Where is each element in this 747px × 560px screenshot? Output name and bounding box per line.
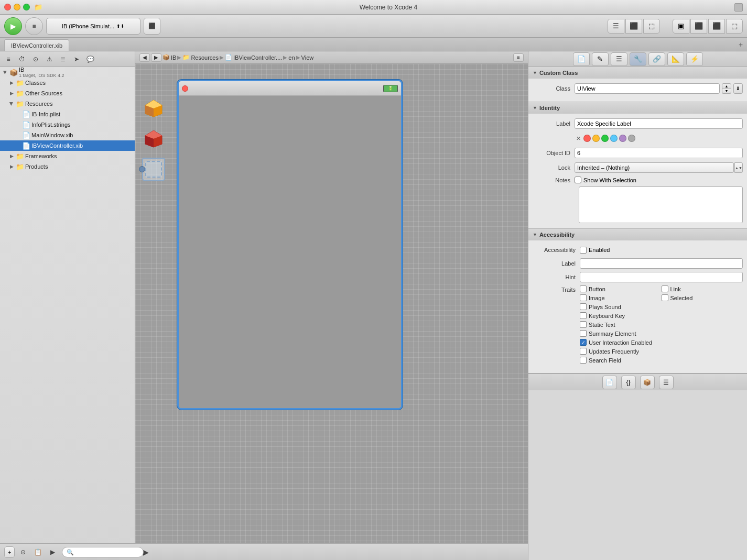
- project-root-item[interactable]: ▶ 📦 IB 1 target, iOS SDK 4.2: [0, 67, 135, 78]
- keyboard-key-trait-checkbox[interactable]: [580, 312, 587, 319]
- image-trait-checkbox[interactable]: [580, 294, 587, 301]
- no-color-button[interactable]: ✕: [575, 135, 582, 142]
- accessibility-header[interactable]: ▼ Accessibility: [528, 229, 747, 240]
- breadcrumb-end-button[interactable]: ≡: [513, 53, 524, 62]
- minimize-button[interactable]: [14, 4, 20, 10]
- other-sources-folder-item[interactable]: ▶ 📁 Other Sources: [0, 88, 135, 98]
- assistant-editor-button[interactable]: ⬛: [690, 19, 707, 34]
- debug-nav-button[interactable]: ➤: [70, 53, 83, 65]
- acc-label-field[interactable]: [580, 258, 743, 269]
- nav-play-button[interactable]: ▶: [46, 546, 59, 558]
- test-nav-button[interactable]: ≣: [57, 53, 69, 65]
- breakpoint-nav-button[interactable]: 💬: [84, 53, 96, 65]
- recent-button[interactable]: 📋: [31, 546, 44, 558]
- identity-header[interactable]: ▼ Identity: [528, 102, 747, 114]
- symbol-nav-button[interactable]: ⏱: [16, 53, 28, 65]
- inspector-bottom-file-button[interactable]: 📄: [602, 376, 617, 389]
- inspector-bottom-list-button[interactable]: ☰: [659, 376, 674, 389]
- project-nav-button[interactable]: ≡: [2, 53, 15, 65]
- class-action-button[interactable]: ⬇: [733, 83, 743, 94]
- version-editor-button[interactable]: ⬛: [708, 19, 725, 34]
- plays-sound-trait-checkbox[interactable]: [580, 303, 587, 310]
- ib-info-plist-item[interactable]: 📄 IB-Info.plist: [0, 109, 135, 119]
- color-red[interactable]: [583, 135, 591, 142]
- resources-arrow[interactable]: ▶: [8, 101, 15, 107]
- connections-inspector-button[interactable]: 🔗: [648, 52, 665, 66]
- search-input[interactable]: [62, 547, 135, 557]
- color-blue[interactable]: [610, 135, 618, 142]
- root-arrow[interactable]: ▶: [2, 69, 8, 75]
- inspector-toggle-button[interactable]: ⬚: [726, 19, 743, 34]
- standard-editor-button[interactable]: ▣: [673, 19, 689, 34]
- acc-hint-field[interactable]: [580, 272, 743, 282]
- filter-button[interactable]: ⊙: [17, 546, 29, 558]
- file-inspector-button[interactable]: 📄: [573, 52, 590, 66]
- custom-class-header[interactable]: ▼ Custom Class: [528, 67, 747, 79]
- breadcrumb-en[interactable]: en: [288, 54, 295, 61]
- resources-folder-item[interactable]: ▶ 📁 Resources: [0, 98, 135, 109]
- show-with-selection-checkbox[interactable]: [575, 177, 581, 183]
- bindings-inspector-button[interactable]: ⚡: [686, 52, 703, 66]
- search-nav-button[interactable]: ⊙: [29, 53, 42, 65]
- close-button[interactable]: [4, 4, 11, 10]
- breadcrumb-ib[interactable]: 📦 IB: [163, 54, 176, 61]
- mainwindow-xib-item[interactable]: 📄 MainWindow.xib: [0, 130, 135, 140]
- view-object[interactable]: [140, 126, 167, 152]
- lock-select[interactable]: Inherited – (Nothing): [575, 162, 734, 173]
- summary-element-trait-checkbox[interactable]: [580, 330, 587, 337]
- button-trait-checkbox[interactable]: [580, 286, 587, 292]
- inspector-bottom-code-button[interactable]: {}: [621, 376, 636, 389]
- stop-button[interactable]: ■: [25, 17, 43, 35]
- infoplist-strings-item[interactable]: 📄 InfoPlist.strings: [0, 119, 135, 130]
- active-tab[interactable]: IBViewController.xib: [4, 39, 69, 51]
- ibviewcontroller-xib-item[interactable]: 📄 IBViewController.xib: [0, 140, 135, 151]
- zoom-button[interactable]: [734, 3, 743, 12]
- products-arrow[interactable]: ▶: [8, 163, 15, 170]
- accessibility-enabled-checkbox[interactable]: [580, 247, 587, 254]
- link-trait-checkbox[interactable]: [662, 286, 668, 292]
- color-green[interactable]: [601, 135, 609, 142]
- user-interaction-trait-checkbox[interactable]: [580, 339, 587, 346]
- issue-nav-button[interactable]: ⚠: [43, 53, 56, 65]
- label-field[interactable]: [575, 118, 743, 129]
- breadcrumb-resources[interactable]: 📁 Resources: [182, 54, 219, 61]
- attributes-inspector-button[interactable]: 🔧: [630, 52, 646, 66]
- class-cycle-down-button[interactable]: ▼: [722, 89, 731, 94]
- products-folder-item[interactable]: ▶ 📁 Products: [0, 161, 135, 172]
- object-id-field[interactable]: [575, 148, 743, 158]
- breadcrumb-expand-button[interactable]: ▶: [151, 53, 161, 62]
- frameworks-folder-item[interactable]: ▶ 📁 Frameworks: [0, 151, 135, 161]
- iphone-close-button[interactable]: [182, 85, 188, 92]
- iphone-simulator-view[interactable]: 🔋: [177, 80, 403, 410]
- color-purple[interactable]: [619, 135, 626, 142]
- view-controller-object[interactable]: [140, 95, 167, 122]
- static-text-trait-checkbox[interactable]: [580, 321, 587, 328]
- quick-help-button[interactable]: ✎: [592, 52, 609, 66]
- add-file-button[interactable]: +: [4, 546, 15, 558]
- selected-trait-checkbox[interactable]: [662, 294, 668, 301]
- notes-textarea[interactable]: [579, 186, 743, 223]
- size-inspector-button[interactable]: 📐: [667, 52, 684, 66]
- run-button[interactable]: ▶: [4, 17, 22, 35]
- classes-arrow[interactable]: ▶: [8, 80, 15, 86]
- first-responder-object[interactable]: [140, 156, 167, 182]
- scheme-selector[interactable]: IB (iPhone Simulat... ⬆⬇: [46, 18, 140, 35]
- other-sources-arrow[interactable]: ▶: [8, 90, 15, 96]
- frameworks-arrow[interactable]: ▶: [8, 153, 15, 159]
- debug-toggle-button[interactable]: ⬛: [625, 19, 642, 34]
- class-input[interactable]: [575, 83, 720, 94]
- updates-frequently-trait-checkbox[interactable]: [580, 348, 587, 355]
- inspector-bottom-object-button[interactable]: 📦: [640, 376, 655, 389]
- add-tab-button[interactable]: +: [737, 40, 745, 49]
- maximize-button[interactable]: [23, 4, 30, 10]
- navigator-toggle-button[interactable]: ☰: [608, 19, 624, 34]
- search-field-trait-checkbox[interactable]: [580, 357, 587, 364]
- breadcrumb-ibviewcontroller[interactable]: 📄 IBViewController....: [225, 54, 282, 61]
- identity-inspector-button[interactable]: ☰: [611, 52, 627, 66]
- classes-folder-item[interactable]: ▶ 📁 Classes: [0, 78, 135, 88]
- color-gray[interactable]: [628, 135, 635, 142]
- color-yellow[interactable]: [592, 135, 600, 142]
- assistant-toggle-button[interactable]: ⬚: [643, 19, 660, 34]
- breadcrumb-collapse-button[interactable]: ◀: [139, 53, 150, 62]
- breadcrumb-view[interactable]: View: [301, 54, 314, 61]
